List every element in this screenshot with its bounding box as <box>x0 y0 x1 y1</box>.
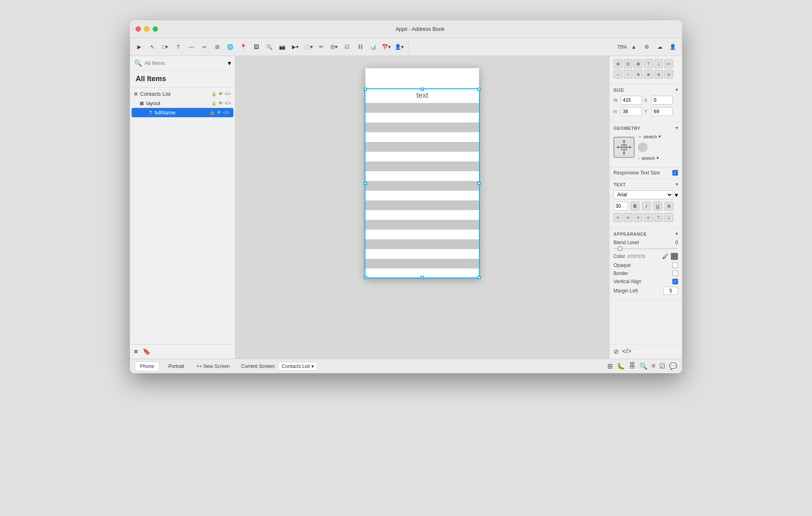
text-collapse-icon[interactable]: ▾ <box>676 182 678 187</box>
cal-button[interactable]: 📅▾ <box>381 42 391 52</box>
opaque-checkbox[interactable] <box>672 262 678 268</box>
appearance-collapse-icon[interactable]: ▾ <box>676 231 678 236</box>
w-input[interactable] <box>621 96 642 105</box>
phone-tab[interactable]: Phone <box>135 361 160 371</box>
code-icon[interactable]: </> <box>225 91 231 97</box>
new-screen-button[interactable]: + + New Screen <box>193 361 233 372</box>
align-center-h-btn[interactable]: ⊟ <box>624 59 633 68</box>
code-icon-layout[interactable]: </> <box>225 101 231 106</box>
line2-button[interactable]: ═ <box>199 42 209 52</box>
text-align-left-btn[interactable]: ≡ <box>613 213 622 222</box>
bar-button[interactable]: 📊 <box>368 42 378 52</box>
align-right-btn[interactable]: ⊠ <box>634 59 643 68</box>
bold-button[interactable]: B <box>631 202 639 211</box>
dist-v-btn[interactable]: ↕ <box>624 70 633 79</box>
text-align-justify-btn[interactable]: ≡ <box>644 213 653 222</box>
strikethrough-button[interactable]: S <box>665 202 674 211</box>
canvas-area[interactable]: text <box>235 56 609 359</box>
x-input[interactable] <box>652 96 673 105</box>
dist-h-btn[interactable]: ↔ <box>613 70 622 79</box>
close-button[interactable] <box>136 26 141 32</box>
font-size-input[interactable] <box>613 202 628 211</box>
check-button[interactable]: ☑ <box>342 42 352 52</box>
lock-icon-layout[interactable]: 🔒 <box>211 101 217 106</box>
camera-button[interactable]: 📷 <box>277 42 287 52</box>
sidebar-item-contacts-list[interactable]: ⊞ Contacts List 🔒 👁 </> <box>130 89 235 99</box>
text-element[interactable]: text <box>365 88 479 103</box>
eyedropper-icon[interactable]: 🖊 <box>663 253 668 260</box>
eye-icon-fullname[interactable]: 👁 <box>217 110 221 115</box>
cursor-button[interactable]: ↖ <box>147 42 158 52</box>
zoom-up-button[interactable]: ▲ <box>628 42 639 52</box>
dist2-btn[interactable]: ⊕ <box>634 70 643 79</box>
h-input[interactable] <box>621 107 642 116</box>
blend-thumb[interactable] <box>618 246 622 251</box>
geometry-collapse-icon[interactable]: ▾ <box>676 125 678 131</box>
eye-icon-layout[interactable]: 👁 <box>218 101 223 106</box>
search-button[interactable]: 🔍 <box>264 42 274 52</box>
font-select[interactable]: Arial <box>613 190 673 199</box>
chat-icon[interactable]: 💬 <box>669 362 677 370</box>
play-button[interactable]: ▶ <box>134 42 145 52</box>
globe-button[interactable]: 🌐 <box>225 42 235 52</box>
geometry-header[interactable]: GEOMETRY ▾ <box>613 125 678 131</box>
line-button[interactable]: — <box>186 42 197 52</box>
widget-button[interactable]: ⊟▾ <box>329 42 339 52</box>
maximize-button[interactable] <box>153 26 158 32</box>
font-dropdown-icon[interactable]: ▾ <box>675 191 678 199</box>
settings-button[interactable]: ⚙ <box>641 42 652 52</box>
sidebar-item-fullname[interactable]: T fullName 🔒 👁 </> <box>132 108 233 117</box>
screen-button[interactable]: ⬜▾ <box>303 42 313 52</box>
underline-button[interactable]: U <box>653 202 662 211</box>
search2-icon[interactable]: 🔍 <box>639 362 648 370</box>
screen-dropdown[interactable]: Contacts List ▾ <box>278 362 317 371</box>
y-input[interactable] <box>652 107 673 116</box>
db-icon[interactable]: 🗄 <box>629 362 635 370</box>
align-bottom-btn[interactable]: ⊢ <box>664 59 673 68</box>
margin-left-input[interactable] <box>663 287 678 295</box>
image-button[interactable]: 🖼 <box>251 42 261 52</box>
stretch-v-chevron[interactable]: ▾ <box>657 155 659 161</box>
check2-icon[interactable]: ☑ <box>659 362 665 370</box>
panel-prohibit-icon[interactable]: ⊘ <box>613 348 619 355</box>
table-button[interactable]: ⊞ <box>212 42 222 52</box>
chevron-down-icon[interactable]: ▾ <box>228 59 231 67</box>
media-button[interactable]: ▶▾ <box>290 42 300 52</box>
responsive-text-checkbox[interactable]: ✓ <box>672 170 678 176</box>
text-align-top-btn[interactable]: ⊤ <box>654 213 663 222</box>
align-left-btn[interactable]: ⊞ <box>613 59 622 68</box>
blend-slider[interactable] <box>613 248 678 249</box>
text-button[interactable]: T <box>173 42 184 52</box>
user-button[interactable]: 👤▾ <box>394 42 404 52</box>
align-center-v-btn[interactable]: ⊥ <box>654 59 663 68</box>
sidebar-item-layout[interactable]: ▦ layout 🔒 👁 </> <box>130 99 235 108</box>
text-align-center-btn[interactable]: ≡ <box>624 213 633 222</box>
upload-button[interactable]: ☁ <box>654 42 665 52</box>
portrait-tab[interactable]: Portrait <box>164 362 189 371</box>
rect-button[interactable]: □▾ <box>160 42 171 52</box>
minimize-button[interactable] <box>144 26 149 32</box>
text-align-bottom-btn[interactable]: ⊥ <box>664 213 673 222</box>
search-input[interactable] <box>145 60 225 66</box>
align-top-btn[interactable]: ⊤ <box>644 59 653 68</box>
account-button[interactable]: 👤 <box>667 42 678 52</box>
text-align-right-btn[interactable]: ≡ <box>634 213 643 222</box>
lock-icon[interactable]: 🔒 <box>211 91 217 97</box>
stretch-h-dropdown[interactable]: ↔ stretch ▾ <box>638 134 661 139</box>
edit-button[interactable]: ✏ <box>316 42 326 52</box>
lock-icon-fullname[interactable]: 🔒 <box>209 110 215 115</box>
dist4-btn[interactable]: ⊘ <box>654 70 663 79</box>
size-collapse-icon[interactable]: ▾ <box>676 87 678 92</box>
color-swatch[interactable] <box>671 253 678 260</box>
italic-button[interactable]: I <box>642 202 651 211</box>
text-header[interactable]: TEXT ▾ <box>613 182 678 187</box>
size-header[interactable]: SIZE ▾ <box>613 87 678 92</box>
bookmark-icon[interactable]: 🔖 <box>143 348 151 355</box>
list2-icon[interactable]: ≡ <box>652 362 655 370</box>
appearance-header[interactable]: APPEARANCE ▾ <box>613 231 678 236</box>
dist5-btn[interactable]: ⊙ <box>664 70 673 79</box>
pin-button[interactable]: 📍 <box>238 42 248 52</box>
code-icon-fullname[interactable]: </> <box>223 110 229 115</box>
eye-icon[interactable]: 👁 <box>218 91 223 97</box>
screen-chevron-icon[interactable]: ▾ <box>311 363 314 369</box>
